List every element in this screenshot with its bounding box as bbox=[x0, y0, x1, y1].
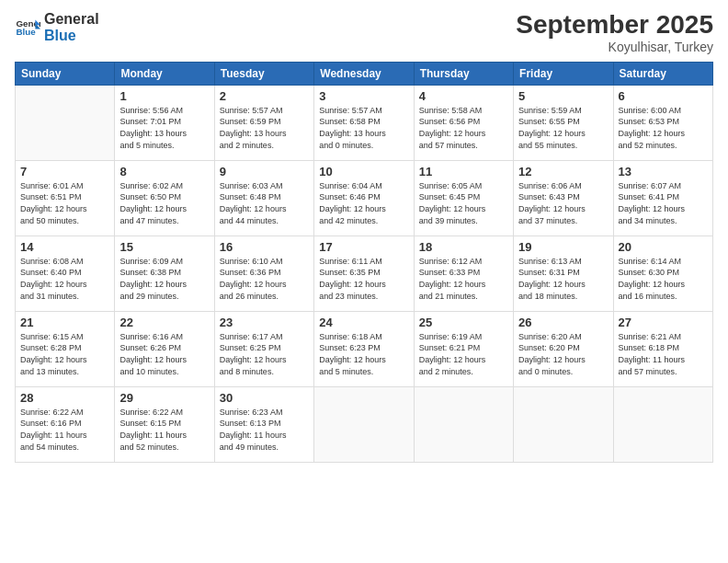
calendar-cell: 6Sunrise: 6:00 AM Sunset: 6:53 PM Daylig… bbox=[613, 85, 712, 160]
day-header-saturday: Saturday bbox=[613, 62, 712, 85]
day-info: Sunrise: 6:14 AM Sunset: 6:30 PM Dayligh… bbox=[619, 256, 708, 302]
day-info: Sunrise: 6:07 AM Sunset: 6:41 PM Dayligh… bbox=[619, 180, 708, 226]
day-number: 8 bbox=[119, 165, 209, 178]
calendar-cell: 17Sunrise: 6:11 AM Sunset: 6:35 PM Dayli… bbox=[314, 236, 414, 311]
day-number: 2 bbox=[220, 89, 309, 103]
calendar-cell: 21Sunrise: 6:15 AM Sunset: 6:28 PM Dayli… bbox=[16, 311, 115, 386]
day-number: 5 bbox=[518, 89, 608, 103]
calendar-cell: 7Sunrise: 6:01 AM Sunset: 6:51 PM Daylig… bbox=[16, 160, 115, 236]
calendar-cell bbox=[613, 386, 712, 462]
page: General Blue General Blue September 2025… bbox=[0, 0, 728, 563]
calendar-cell: 4Sunrise: 5:58 AM Sunset: 6:56 PM Daylig… bbox=[414, 85, 513, 160]
calendar-cell: 11Sunrise: 6:05 AM Sunset: 6:45 PM Dayli… bbox=[414, 160, 513, 236]
calendar-cell: 15Sunrise: 6:09 AM Sunset: 6:38 PM Dayli… bbox=[115, 236, 214, 311]
calendar-cell: 27Sunrise: 6:21 AM Sunset: 6:18 PM Dayli… bbox=[613, 311, 712, 386]
day-number: 6 bbox=[619, 89, 708, 103]
day-header-sunday: Sunday bbox=[16, 62, 115, 85]
logo: General Blue General Blue bbox=[15, 11, 99, 43]
calendar-cell: 24Sunrise: 6:18 AM Sunset: 6:23 PM Dayli… bbox=[314, 311, 414, 386]
day-info: Sunrise: 6:15 AM Sunset: 6:28 PM Dayligh… bbox=[20, 331, 109, 377]
day-number: 7 bbox=[20, 165, 109, 178]
calendar-week-row: 14Sunrise: 6:08 AM Sunset: 6:40 PM Dayli… bbox=[16, 236, 713, 311]
day-info: Sunrise: 5:56 AM Sunset: 7:01 PM Dayligh… bbox=[119, 105, 209, 151]
day-number: 26 bbox=[518, 316, 608, 329]
header: General Blue General Blue September 2025… bbox=[15, 11, 713, 54]
calendar-cell: 8Sunrise: 6:02 AM Sunset: 6:50 PM Daylig… bbox=[115, 160, 214, 236]
day-header-monday: Monday bbox=[115, 62, 214, 85]
day-number: 30 bbox=[220, 391, 309, 405]
calendar-cell: 10Sunrise: 6:04 AM Sunset: 6:46 PM Dayli… bbox=[314, 160, 414, 236]
day-info: Sunrise: 5:58 AM Sunset: 6:56 PM Dayligh… bbox=[419, 105, 508, 151]
day-number: 4 bbox=[419, 89, 508, 103]
day-number: 23 bbox=[220, 316, 309, 329]
calendar-cell: 2Sunrise: 5:57 AM Sunset: 6:59 PM Daylig… bbox=[214, 85, 313, 160]
logo-line1: General bbox=[44, 11, 99, 28]
calendar-week-row: 21Sunrise: 6:15 AM Sunset: 6:28 PM Dayli… bbox=[16, 311, 713, 386]
day-number: 22 bbox=[119, 316, 209, 329]
calendar-cell: 29Sunrise: 6:22 AM Sunset: 6:15 PM Dayli… bbox=[115, 386, 214, 462]
day-info: Sunrise: 6:08 AM Sunset: 6:40 PM Dayligh… bbox=[20, 256, 109, 302]
day-number: 3 bbox=[319, 89, 408, 103]
calendar-cell: 12Sunrise: 6:06 AM Sunset: 6:43 PM Dayli… bbox=[514, 160, 613, 236]
calendar: SundayMondayTuesdayWednesdayThursdayFrid… bbox=[15, 62, 713, 463]
day-header-thursday: Thursday bbox=[414, 62, 513, 85]
calendar-cell: 18Sunrise: 6:12 AM Sunset: 6:33 PM Dayli… bbox=[414, 236, 513, 311]
day-number: 21 bbox=[20, 316, 109, 329]
day-info: Sunrise: 6:23 AM Sunset: 6:13 PM Dayligh… bbox=[220, 407, 309, 453]
page-subtitle: Koyulhisar, Turkey bbox=[516, 40, 713, 54]
calendar-cell: 25Sunrise: 6:19 AM Sunset: 6:21 PM Dayli… bbox=[414, 311, 513, 386]
day-number: 28 bbox=[20, 391, 109, 405]
day-info: Sunrise: 6:20 AM Sunset: 6:20 PM Dayligh… bbox=[518, 331, 608, 377]
day-number: 13 bbox=[619, 165, 708, 178]
calendar-cell: 9Sunrise: 6:03 AM Sunset: 6:48 PM Daylig… bbox=[214, 160, 313, 236]
day-header-wednesday: Wednesday bbox=[314, 62, 414, 85]
title-block: September 2025 Koyulhisar, Turkey bbox=[516, 11, 713, 54]
day-header-tuesday: Tuesday bbox=[214, 62, 313, 85]
day-number: 19 bbox=[518, 240, 608, 254]
calendar-cell: 5Sunrise: 5:59 AM Sunset: 6:55 PM Daylig… bbox=[514, 85, 613, 160]
calendar-cell: 26Sunrise: 6:20 AM Sunset: 6:20 PM Dayli… bbox=[514, 311, 613, 386]
day-info: Sunrise: 6:04 AM Sunset: 6:46 PM Dayligh… bbox=[319, 180, 408, 226]
logo-line2: Blue bbox=[44, 28, 99, 44]
calendar-cell bbox=[514, 386, 613, 462]
day-number: 25 bbox=[419, 316, 508, 329]
calendar-week-row: 1Sunrise: 5:56 AM Sunset: 7:01 PM Daylig… bbox=[16, 85, 713, 160]
calendar-cell: 1Sunrise: 5:56 AM Sunset: 7:01 PM Daylig… bbox=[115, 85, 214, 160]
calendar-header-row: SundayMondayTuesdayWednesdayThursdayFrid… bbox=[16, 62, 713, 85]
day-info: Sunrise: 6:17 AM Sunset: 6:25 PM Dayligh… bbox=[220, 331, 309, 377]
svg-text:Blue: Blue bbox=[16, 27, 36, 37]
calendar-cell: 28Sunrise: 6:22 AM Sunset: 6:16 PM Dayli… bbox=[16, 386, 115, 462]
day-info: Sunrise: 5:57 AM Sunset: 6:58 PM Dayligh… bbox=[319, 105, 408, 151]
day-info: Sunrise: 6:01 AM Sunset: 6:51 PM Dayligh… bbox=[20, 180, 109, 226]
day-info: Sunrise: 5:59 AM Sunset: 6:55 PM Dayligh… bbox=[518, 105, 608, 151]
day-number: 14 bbox=[20, 240, 109, 254]
day-number: 24 bbox=[319, 316, 408, 329]
day-info: Sunrise: 6:11 AM Sunset: 6:35 PM Dayligh… bbox=[319, 256, 408, 302]
day-info: Sunrise: 6:21 AM Sunset: 6:18 PM Dayligh… bbox=[619, 331, 708, 377]
calendar-cell: 20Sunrise: 6:14 AM Sunset: 6:30 PM Dayli… bbox=[613, 236, 712, 311]
day-info: Sunrise: 6:22 AM Sunset: 6:15 PM Dayligh… bbox=[119, 407, 209, 453]
day-info: Sunrise: 6:09 AM Sunset: 6:38 PM Dayligh… bbox=[119, 256, 209, 302]
day-number: 10 bbox=[319, 165, 408, 178]
calendar-cell: 13Sunrise: 6:07 AM Sunset: 6:41 PM Dayli… bbox=[613, 160, 712, 236]
page-title: September 2025 bbox=[516, 11, 713, 40]
day-header-friday: Friday bbox=[514, 62, 613, 85]
day-info: Sunrise: 6:10 AM Sunset: 6:36 PM Dayligh… bbox=[220, 256, 309, 302]
day-number: 16 bbox=[220, 240, 309, 254]
calendar-cell bbox=[414, 386, 513, 462]
calendar-week-row: 28Sunrise: 6:22 AM Sunset: 6:16 PM Dayli… bbox=[16, 386, 713, 462]
calendar-cell: 3Sunrise: 5:57 AM Sunset: 6:58 PM Daylig… bbox=[314, 85, 414, 160]
day-number: 15 bbox=[119, 240, 209, 254]
day-number: 17 bbox=[319, 240, 408, 254]
calendar-cell: 23Sunrise: 6:17 AM Sunset: 6:25 PM Dayli… bbox=[214, 311, 313, 386]
calendar-cell: 16Sunrise: 6:10 AM Sunset: 6:36 PM Dayli… bbox=[214, 236, 313, 311]
day-info: Sunrise: 6:13 AM Sunset: 6:31 PM Dayligh… bbox=[518, 256, 608, 302]
day-info: Sunrise: 6:18 AM Sunset: 6:23 PM Dayligh… bbox=[319, 331, 408, 377]
calendar-cell: 30Sunrise: 6:23 AM Sunset: 6:13 PM Dayli… bbox=[214, 386, 313, 462]
day-number: 18 bbox=[419, 240, 508, 254]
day-number: 20 bbox=[619, 240, 708, 254]
day-number: 27 bbox=[619, 316, 708, 329]
calendar-cell: 19Sunrise: 6:13 AM Sunset: 6:31 PM Dayli… bbox=[514, 236, 613, 311]
day-number: 9 bbox=[220, 165, 309, 178]
day-info: Sunrise: 6:06 AM Sunset: 6:43 PM Dayligh… bbox=[518, 180, 608, 226]
